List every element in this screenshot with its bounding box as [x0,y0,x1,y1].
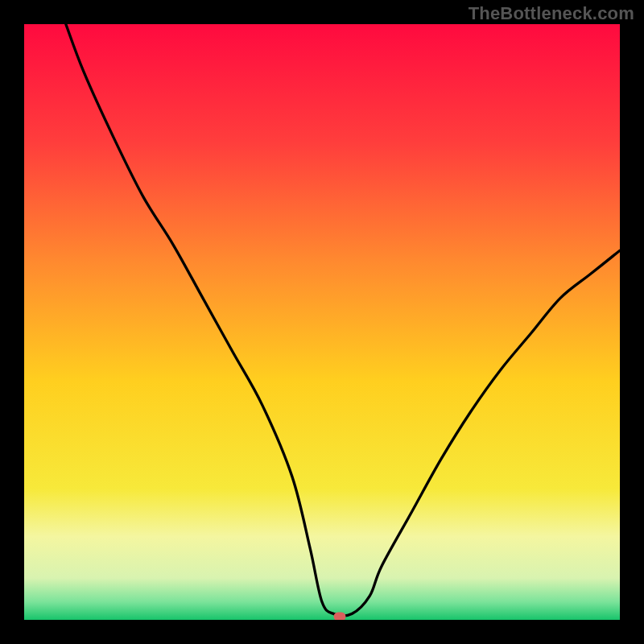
curve-svg [24,24,620,620]
watermark-text: TheBottleneck.com [469,3,634,24]
bottleneck-curve [66,24,620,616]
optimal-point-marker [334,613,346,620]
plot-area [24,24,620,620]
chart-frame: TheBottleneck.com [0,0,644,644]
